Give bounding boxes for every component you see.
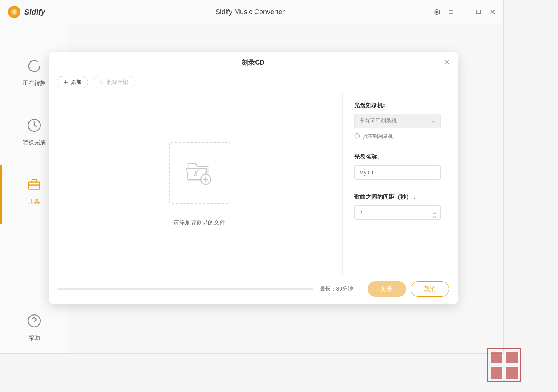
burn-cd-dialog: 刻录CD 添加 删除全部 (49, 52, 458, 304)
svg-rect-29 (491, 367, 502, 379)
gap-input[interactable] (359, 209, 428, 216)
sidebar-item-label: 转换完成 (23, 139, 46, 146)
maximize-icon[interactable] (476, 9, 482, 15)
add-button[interactable]: 添加 (57, 76, 88, 88)
burner-label: 光盘刻录机: (354, 102, 450, 109)
duration-text: 最长：80分钟 (320, 286, 353, 292)
app-logo-icon (8, 6, 20, 18)
burn-button[interactable]: 刻录 (368, 281, 406, 297)
dropzone-message: 请添加要刻录的文件 (173, 219, 225, 226)
gap-label: 歌曲之间的间距（秒）： (354, 193, 450, 201)
dropzone[interactable]: 请添加要刻录的文件 (57, 94, 342, 274)
minimize-icon[interactable] (462, 9, 468, 15)
chevron-down-icon (431, 118, 436, 124)
svg-rect-27 (491, 352, 502, 363)
brand-text: Sidify (24, 8, 45, 17)
disc-name-input[interactable] (354, 165, 441, 180)
svg-rect-11 (28, 182, 40, 189)
watermark-seal (487, 348, 521, 382)
info-icon (354, 133, 360, 140)
plus-icon (63, 80, 68, 85)
spinner-down-icon[interactable] (433, 213, 437, 216)
svg-point-1 (13, 10, 16, 13)
sidebar-item-label: 工具 (28, 198, 40, 205)
disc-name-label: 光盘名称: (354, 153, 450, 161)
settings-icon[interactable] (434, 9, 440, 15)
toolbox-icon (27, 177, 42, 192)
sidebar-item-label: 正在转换 (23, 80, 46, 87)
folder-add-icon (184, 159, 215, 187)
dialog-title: 刻录CD (242, 58, 265, 67)
delete-all-button[interactable]: 删除全部 (93, 76, 135, 88)
cancel-button[interactable]: 取消 (411, 281, 449, 297)
help-icon (27, 313, 42, 329)
refresh-icon (27, 58, 42, 74)
burner-selected-value: 没有可用刻录机 (359, 118, 397, 125)
menu-icon[interactable] (448, 9, 454, 15)
sidebar-item-label: 帮助 (28, 334, 40, 342)
burner-select[interactable]: 没有可用刻录机 (354, 114, 441, 128)
svg-rect-28 (506, 352, 518, 363)
form-panel: 光盘刻录机: 没有可用刻录机 找不到刻录机。 光盘名称: (342, 94, 450, 274)
burner-info-text: 找不到刻录机。 (363, 133, 398, 140)
add-button-label: 添加 (71, 79, 82, 86)
sidebar-item-help[interactable]: 帮助 (0, 302, 68, 353)
svg-rect-30 (506, 367, 518, 379)
clock-icon (27, 118, 42, 133)
delete-all-label: 删除全部 (107, 79, 128, 86)
svg-point-13 (28, 315, 40, 327)
app-title: Sidify Music Converter (66, 8, 434, 16)
svg-point-2 (436, 11, 438, 13)
close-icon[interactable] (490, 9, 496, 15)
progress-bar (57, 288, 313, 290)
trash-icon (99, 80, 105, 85)
svg-rect-7 (477, 10, 481, 14)
dialog-close-icon[interactable] (444, 59, 450, 66)
spinner-up-icon[interactable] (433, 209, 437, 212)
titlebar: Sidify Sidify Music Converter (0, 0, 503, 23)
